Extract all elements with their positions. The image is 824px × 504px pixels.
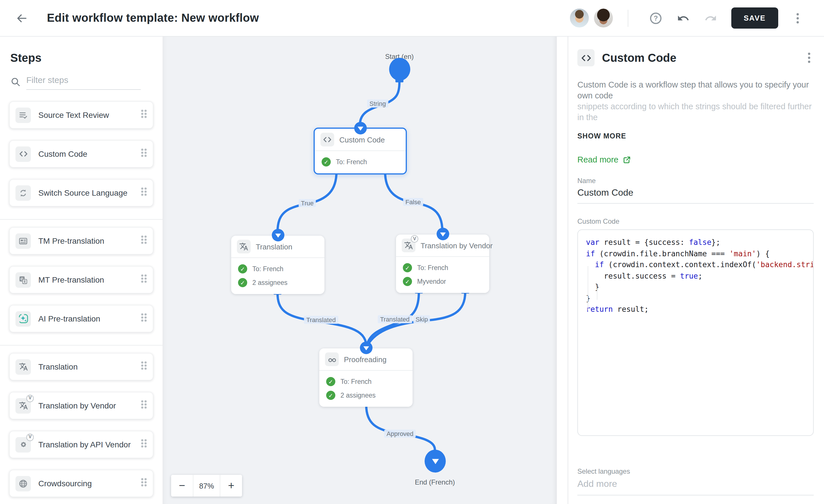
drag-handle-icon[interactable] [141, 274, 147, 286]
panel-more-button[interactable] [805, 49, 814, 66]
input-port[interactable] [359, 341, 372, 354]
tm-icon [15, 233, 31, 248]
input-port[interactable] [354, 122, 367, 134]
node-title: Translation by Vendor [421, 241, 493, 250]
step-card-translation-by-vendor[interactable]: VTranslation by Vendor [9, 392, 153, 419]
step-card-custom-code[interactable]: Custom Code [9, 140, 153, 168]
avatar[interactable] [569, 7, 590, 29]
save-button[interactable]: SAVE [731, 7, 778, 29]
edge-label-true: True [299, 199, 316, 207]
workflow-edges [163, 36, 557, 504]
drag-handle-icon[interactable] [141, 400, 147, 411]
mt-icon: G [15, 272, 31, 288]
step-card-translation-by-api-vendor[interactable]: VTranslation by API Vendor [9, 431, 153, 458]
top-bar: Edit workflow template: New workflow ? S… [0, 0, 824, 36]
redo-button[interactable] [700, 8, 721, 28]
kebab-icon [797, 13, 799, 23]
kebab-icon [808, 53, 810, 63]
name-input[interactable]: Custom Code [578, 185, 814, 204]
drag-handle-icon[interactable] [141, 235, 147, 246]
filter-steps-field [10, 74, 153, 90]
ai-icon [15, 311, 31, 326]
custom-code-label: Custom Code [578, 217, 814, 225]
start-node[interactable] [389, 58, 410, 81]
step-card-tm-pre-translation[interactable]: TM Pre-translation [9, 227, 153, 255]
drag-handle-icon[interactable] [141, 439, 147, 450]
node-proofreading[interactable]: Proofreading ✓ To: French ✓ 2 assignees [319, 348, 413, 407]
step-card-mt-pre-translation[interactable]: GMT Pre-translation [9, 266, 153, 294]
end-arrow-icon [432, 459, 439, 464]
step-list: Source Text ReviewCustom CodeSwitch Sour… [9, 90, 153, 504]
zoom-control: − 87% + [171, 475, 242, 497]
redo-icon [704, 12, 717, 24]
source-text-review-icon [15, 107, 31, 123]
step-card-crowdsourcing[interactable]: Crowdsourcing [9, 470, 153, 497]
edge-approved [366, 405, 435, 449]
avatar[interactable] [593, 7, 614, 29]
node-row-text: Myvendor [417, 278, 446, 285]
read-more-label: Read more [578, 155, 618, 164]
step-group: Source Text ReviewCustom CodeSwitch Sour… [9, 90, 153, 219]
step-label: AI Pre-translation [38, 314, 136, 323]
step-card-translation[interactable]: Translation [9, 353, 153, 381]
end-node[interactable] [425, 449, 446, 473]
steps-sidebar: Steps Source Text ReviewCustom CodeSwitc… [0, 36, 163, 504]
drag-handle-icon[interactable] [141, 361, 147, 373]
filter-steps-input[interactable] [26, 74, 141, 90]
edge-label-approved: Approved [384, 430, 416, 438]
input-port[interactable] [436, 228, 449, 240]
globe-icon [15, 476, 31, 491]
zoom-in-button[interactable]: + [220, 475, 242, 497]
step-label: Custom Code [38, 149, 136, 159]
vendor-badge: V [26, 433, 34, 441]
workflow-editor: Edit workflow template: New workflow ? S… [0, 0, 824, 504]
node-row-text: To: French [252, 266, 284, 272]
translate-vendor-icon: V [402, 238, 415, 252]
node-title: Custom Code [339, 135, 385, 144]
drag-handle-icon[interactable] [141, 187, 147, 199]
step-card-switch-source-language[interactable]: Switch Source Language [9, 179, 153, 207]
back-button[interactable] [11, 8, 32, 28]
vendor-badge: V [411, 235, 418, 242]
step-label: Switch Source Language [38, 188, 136, 197]
help-button[interactable]: ? [645, 8, 666, 28]
add-language-input[interactable] [578, 475, 814, 495]
read-more-link[interactable]: Read more [578, 155, 814, 164]
description-line: snippets according to which the strings … [578, 101, 814, 123]
input-port[interactable] [272, 229, 284, 241]
edge-label-translated-2: Translated [378, 315, 412, 323]
step-card-source-text-review[interactable]: Source Text Review [9, 101, 153, 129]
back-arrow-icon [15, 12, 28, 24]
header-divider [627, 9, 628, 27]
node-row-text: To: French [340, 378, 372, 385]
check-icon: ✓ [403, 263, 412, 272]
drag-handle-icon[interactable] [141, 313, 147, 324]
steps-heading: Steps [10, 52, 153, 65]
canvas-panel-gutter [557, 36, 568, 504]
drag-handle-icon[interactable] [141, 148, 147, 160]
undo-icon [677, 12, 689, 24]
node-custom-code[interactable]: Custom Code ✓ To: French [314, 127, 407, 175]
vendor-badge: V [26, 394, 34, 402]
show-more-link[interactable]: SHOW MORE [578, 132, 814, 140]
workflow-canvas[interactable]: Start (en) End (French) String True Fals… [163, 36, 557, 504]
header-more-button[interactable] [787, 8, 808, 28]
description-line: Custom Code is a workflow step that allo… [578, 80, 814, 101]
step-details-panel: Custom Code Custom Code is a workflow st… [569, 36, 824, 504]
undo-button[interactable] [673, 8, 693, 28]
edge-label-translated: Translated [304, 316, 338, 324]
drag-handle-icon[interactable] [141, 478, 147, 489]
drag-handle-icon[interactable] [141, 109, 147, 121]
code-icon [320, 133, 334, 146]
code-editor[interactable]: var result = {success: false};if (crowdi… [578, 229, 814, 436]
zoom-out-button[interactable]: − [171, 475, 193, 497]
node-translation-by-vendor[interactable]: V Translation by Vendor ✓ To: French ✓ M… [396, 234, 489, 293]
indent-guide [597, 288, 597, 300]
indent-guide [588, 266, 588, 311]
node-translation[interactable]: Translation ✓ To: French ✓ 2 assignees [231, 236, 324, 294]
step-label: TM Pre-translation [38, 236, 136, 245]
translate-icon [237, 240, 250, 254]
step-label: Translation [38, 362, 136, 371]
step-card-ai-pre-translation[interactable]: AI Pre-translation [9, 305, 153, 332]
search-icon [10, 77, 21, 87]
